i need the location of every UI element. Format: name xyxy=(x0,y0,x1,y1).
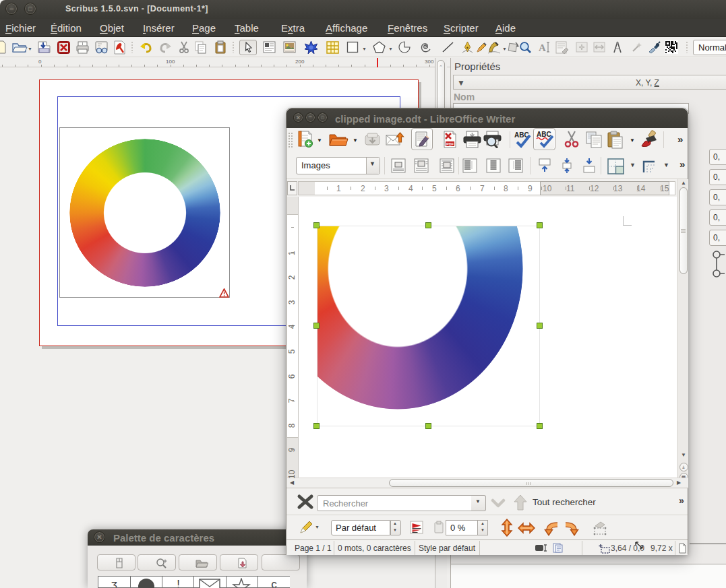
svg-text:ABC: ABC xyxy=(537,131,551,138)
svg-text:A: A xyxy=(539,42,546,53)
svg-text:PDF: PDF xyxy=(446,142,454,146)
